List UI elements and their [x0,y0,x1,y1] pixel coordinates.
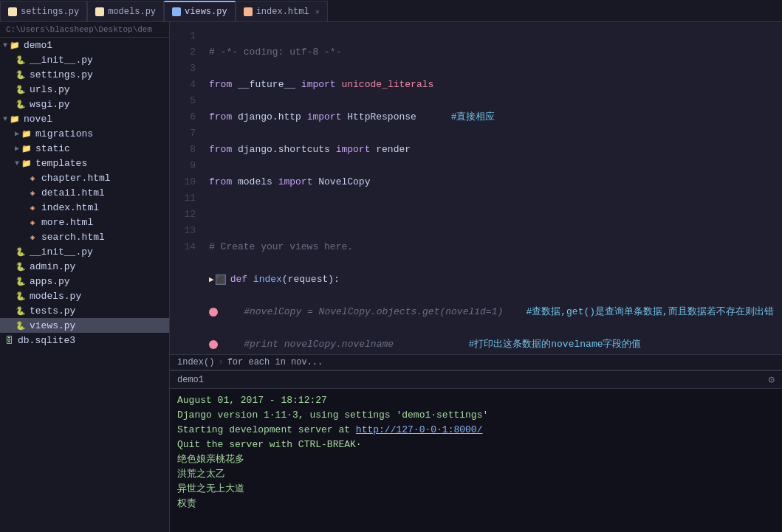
sidebar-label-more: more.html [41,217,93,228]
code-line-9: #novelCopy = NovelCopy.objects.get(novel… [209,304,782,320]
html-icon-more: ◈ [27,216,38,228]
sidebar-item-init-py[interactable]: 🐍 __init__.py [0,52,169,67]
sidebar-label-chapter: chapter.html [41,173,111,184]
code-line-8: ▶⬛def index(request): [209,272,782,288]
sidebar-label-templates: templates [35,158,87,169]
breadcrumb-separator: › [218,357,223,367]
tab-close-icon[interactable]: ✕ [315,7,320,16]
sidebar-item-detail-html[interactable]: ◈ detail.html [0,185,169,200]
sidebar-label-init-py: __init__.py [30,55,93,66]
code-content: # -*- coding: utf-8 -*- from __future__ … [203,22,782,354]
terminal-line-6: 洪荒之太乙 [177,467,775,482]
gear-icon[interactable]: ⚙ [769,373,775,386]
sidebar-label-static: static [35,143,70,154]
sidebar-item-wsgi-py[interactable]: 🐍 wsgi.py [0,97,169,111]
code-line-6 [209,207,782,223]
sidebar-label-search: search.html [41,232,105,243]
py-icon: 🐍 [15,54,27,66]
sidebar-label-tests: tests.py [30,305,75,317]
html-icon-chapter: ◈ [27,172,38,184]
sidebar-item-admin-py[interactable]: 🐍 admin.py [0,259,169,274]
folder-icon: 📁 [9,39,21,51]
arrow-icon-static: ▶ [15,144,19,153]
py-icon-apps: 🐍 [15,275,27,287]
sidebar-item-index-html[interactable]: ◈ index.html [0,200,169,215]
terminal-line-3: Starting development server at http://12… [177,423,775,438]
sidebar-label-novel: novel [24,114,52,125]
terminal-header: demo1 ⚙ [170,371,782,389]
py-icon-tests: 🐍 [15,305,27,317]
sidebar-label-demo1: demo1 [24,40,52,51]
arrow-icon-migrations: ▶ [15,129,19,138]
db-icon: 🗄 [3,334,15,346]
models-tab-icon [95,7,104,16]
sidebar-label-admin: admin.py [30,261,75,272]
arrow-icon: ▼ [3,41,7,49]
tab-bar: settings.py models.py views.py index.htm… [0,0,782,22]
sidebar-item-urls-py[interactable]: 🐍 urls.py [0,82,169,97]
index-html-tab-icon [244,7,253,16]
sidebar-label-models: models.py [30,291,81,302]
terminal-line-1: August 01, 2017 - 18:12:27 [177,393,775,408]
line-numbers: 1 2 3 4 5 6 7 8 9 10 11 12 13 14 [170,22,203,354]
sidebar-label-migrations: migrations [35,128,93,139]
sidebar-item-db[interactable]: 🗄 db.sqlite3 [0,333,169,348]
sidebar-item-models-py[interactable]: 🐍 models.py [0,289,169,303]
py-icon-settings: 🐍 [15,69,27,80]
terminal-line-8: 权责 [177,497,775,511]
sidebar-item-novel[interactable]: ▼ 📁 novel [0,111,169,126]
sidebar-item-demo1[interactable]: ▼ 📁 demo1 [0,38,169,52]
tab-settings-label: settings.py [21,7,79,17]
arrow-icon-templates: ▼ [15,159,19,167]
sidebar-item-tests-py[interactable]: 🐍 tests.py [0,303,169,318]
sidebar-item-chapter-html[interactable]: ◈ chapter.html [0,170,169,185]
terminal-content: August 01, 2017 - 18:12:27 Django versio… [170,389,782,532]
tab-models[interactable]: models.py [87,1,164,21]
tab-views[interactable]: views.py [164,1,236,21]
code-area[interactable]: 1 2 3 4 5 6 7 8 9 10 11 12 13 14 # -*- c… [170,22,782,354]
html-icon-detail: ◈ [27,187,38,198]
sidebar-item-views-py[interactable]: 🐍 views.py [0,318,169,333]
terminal-line-7: 异世之无上大道 [177,482,775,497]
editor-area: 1 2 3 4 5 6 7 8 9 10 11 12 13 14 # -*- c… [170,22,782,532]
sidebar-item-migrations[interactable]: ▶ 📁 migrations [0,126,169,141]
code-line-1: # -*- coding: utf-8 -*- [209,44,782,61]
sidebar-item-init-py-2[interactable]: 🐍 __init__.py [0,244,169,259]
py-icon-models: 🐍 [15,290,27,302]
code-line-2: from __future__ import unicode_literals [209,77,782,93]
py-icon-admin: 🐍 [15,260,27,272]
sidebar-item-search-html[interactable]: ◈ search.html [0,229,169,244]
sidebar-label-init2: __init__.py [30,246,93,258]
sidebar-path: C:\Users\blacsheep\Desktop\dem [0,22,169,38]
tab-index-html[interactable]: index.html ✕ [236,1,328,21]
sidebar-label-detail: detail.html [41,187,105,198]
server-url-link[interactable]: http://127·0·0·1:8000/ [356,424,483,435]
sidebar-label-db: db.sqlite3 [18,335,75,346]
py-icon-views: 🐍 [15,319,27,331]
py-icon-urls: 🐍 [15,83,27,95]
settings-tab-icon [8,7,17,16]
folder-icon-novel: 📁 [9,113,21,125]
tab-models-label: models.py [108,7,156,17]
breadcrumb-index: index() [177,357,214,367]
breadcrumb-for: for each in nov... [227,357,323,367]
views-tab-icon [172,7,181,16]
main-area: C:\Users\blacsheep\Desktop\dem ▼ 📁 demo1… [0,22,782,532]
sidebar-label-settings: settings.py [30,69,93,80]
terminal-title: demo1 [177,375,204,385]
sidebar-item-apps-py[interactable]: 🐍 apps.py [0,274,169,289]
html-icon-search: ◈ [27,231,38,243]
sidebar-item-static[interactable]: ▶ 📁 static [0,141,169,156]
tab-settings[interactable]: settings.py [0,1,87,21]
folder-icon-migrations: 📁 [21,128,32,139]
sidebar-item-templates[interactable]: ▼ 📁 templates [0,156,169,170]
html-icon-index: ◈ [27,201,38,213]
sidebar-label-wsgi: wsgi.py [30,99,70,110]
code-line-7: # Create your views here. [209,239,782,255]
code-line-3: from django.http import HttpResponse #直接… [209,109,782,125]
sidebar-label-urls: urls.py [30,84,70,95]
folder-icon-static: 📁 [21,142,32,154]
terminal-line-5: 绝色娘亲桃花多 [177,452,775,467]
sidebar-item-settings-py[interactable]: 🐍 settings.py [0,67,169,82]
sidebar-item-more-html[interactable]: ◈ more.html [0,215,169,229]
